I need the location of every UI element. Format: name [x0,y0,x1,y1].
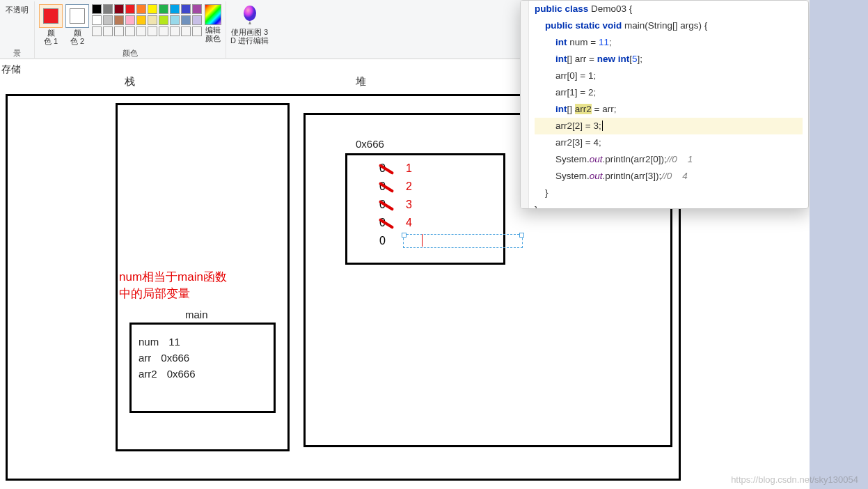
palette-color[interactable] [159,4,168,14]
color1-button[interactable]: 颜 色 1 [39,3,63,45]
palette-color[interactable] [103,4,113,14]
heap-new-value: 1 [406,160,412,178]
palette-color[interactable] [125,4,135,14]
var-name: arr [139,352,151,364]
edit-color-button[interactable]: 编辑 颜色 [205,3,221,42]
palette-color[interactable] [136,4,146,14]
palette-color[interactable] [92,4,102,14]
heap-address: 0x666 [356,138,384,150]
palette-color[interactable] [181,26,191,36]
palette-color[interactable] [192,15,202,25]
heap-new-value: 2 [406,178,412,196]
heap-array-box: 010203040 [345,153,505,265]
colors-group-label: 颜色 [123,48,138,59]
var-name: arr2 [139,368,157,380]
right-strip [810,0,868,489]
heap-title: 堆 [356,75,366,88]
stack-var-row: arr20x666 [139,368,267,380]
palette-color[interactable] [114,15,124,25]
rainbow-icon [205,4,221,25]
palette-color[interactable] [181,4,191,14]
color-palette [92,4,202,36]
paint3d-label: 使用画图 3 D 进行编辑 [230,28,269,45]
heap-cell: 03 [379,196,471,214]
stack-var-row: arr0x666 [139,352,267,364]
colors-group: 颜 色 1 颜 色 2 编辑 颜色 颜色 [35,1,226,59]
code-gutter [521,1,529,208]
palette-color[interactable] [125,15,135,25]
code-editor-overlay: public class Demo03 { public static void… [520,0,809,209]
stack-var-row: num11 [139,336,267,348]
stack-title: 栈 [125,75,135,88]
red-annotation: num相当于main函数 中的局部变量 [119,269,227,302]
palette-color[interactable] [92,26,102,36]
palette-color[interactable] [125,26,135,36]
heap-old-value: 0 [379,235,386,247]
var-value: 0x666 [161,352,189,364]
var-name: num [139,336,159,348]
paint3d-button[interactable]: 使用画图 3 D 进行编辑 [230,3,269,45]
bg-group-label: 景 [13,48,21,59]
transparency-toggle[interactable]: 不透明 [4,3,30,15]
transparency-group: 不透明 景 [0,1,35,59]
heap-new-value: 3 [406,196,412,214]
heap-cell: 02 [379,178,471,196]
paint3d-group: 使用画图 3 D 进行编辑 [226,1,273,59]
heap-new-value: 4 [406,214,412,232]
var-value: 0x666 [167,368,196,380]
palette-color[interactable] [148,4,157,14]
main-frame-label: main [185,309,208,320]
palette-color[interactable] [114,26,124,36]
heap-cell: 04 [379,214,471,232]
color2-label: 颜 色 2 [70,29,84,45]
palette-color[interactable] [103,26,113,36]
heap-cell: 01 [379,160,471,178]
palette-color[interactable] [170,4,180,14]
palette-color[interactable] [92,15,102,25]
svg-point-0 [244,6,256,21]
palette-color[interactable] [192,26,202,36]
color2-button[interactable]: 颜 色 2 [65,3,89,45]
code-body[interactable]: public class Demo03 { public static void… [521,1,808,209]
palette-color[interactable] [114,4,124,14]
palette-color[interactable] [103,15,113,25]
palette-color[interactable] [181,15,191,25]
main-frame-box: num11arr0x666arr20x666 [129,323,276,413]
palette-color[interactable] [148,15,157,25]
balloon-icon [241,3,259,27]
palette-color[interactable] [148,26,157,36]
palette-color[interactable] [170,15,180,25]
text-selection-box[interactable] [403,234,523,248]
palette-color[interactable] [136,15,146,25]
text-cursor [422,234,423,247]
edit-color-label: 编辑 颜色 [205,26,221,42]
palette-color[interactable] [159,26,168,36]
red-annotation-l1: num相当于main函数 [119,269,227,286]
palette-color[interactable] [136,26,146,36]
watermark: https://blog.csdn.net/sky130054 [731,474,858,485]
var-value: 11 [168,336,180,348]
color1-label: 颜 色 1 [44,29,58,45]
palette-color[interactable] [192,4,202,14]
palette-color[interactable] [170,26,180,36]
palette-color[interactable] [159,15,168,25]
red-annotation-l2: 中的局部变量 [119,286,227,302]
